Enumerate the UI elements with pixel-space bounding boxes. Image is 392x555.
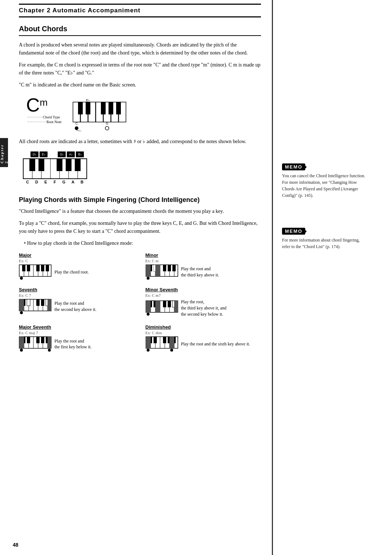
svg-text:G: G <box>62 180 66 184</box>
svg-rect-99 <box>41 299 44 306</box>
svg-rect-147 <box>154 337 157 343</box>
svg-rect-83 <box>168 265 171 271</box>
diminished-example: Ex: C dim <box>146 331 261 335</box>
cm-keyboard-svg: E♭ C G Root Note <box>72 98 130 131</box>
svg-rect-152 <box>170 337 174 348</box>
cm-chord-keyboard: E♭ C G Root Note <box>72 98 130 133</box>
svg-rect-67 <box>22 265 25 271</box>
svg-rect-98 <box>36 299 40 306</box>
root-note-label: Root Note <box>46 120 61 124</box>
chapter-header: Chapter 2 Automatic Accompaniment <box>19 4 261 17</box>
seventh-desc: Play the root andthe second key above it… <box>54 300 97 313</box>
svg-rect-102 <box>27 299 30 306</box>
minor-seventh-row: Play the root,the third key above it, an… <box>146 299 261 317</box>
major-seventh-desc: Play the root andthe first key below it. <box>54 338 91 351</box>
svg-text:G: G <box>106 122 109 125</box>
minor-row: Play the root andthe third key above it. <box>146 264 261 280</box>
svg-text:B♭: B♭ <box>78 153 82 156</box>
svg-rect-42 <box>29 159 35 171</box>
svg-rect-118 <box>146 301 151 312</box>
minor-seventh-keys-svg <box>146 300 178 316</box>
svg-point-122 <box>147 313 150 316</box>
minor-seventh-label: Minor Seventh <box>146 287 261 292</box>
memo-box-1: MEMO You can cancel the Chord Intelligen… <box>282 163 366 199</box>
svg-rect-7 <box>78 102 83 114</box>
svg-point-16 <box>75 126 78 130</box>
svg-rect-151 <box>146 337 151 348</box>
seventh-label: Seventh <box>19 287 135 292</box>
chord-type: m <box>40 98 48 107</box>
sidebar: MEMO You can cancel the Chord Intelligen… <box>273 0 373 555</box>
chapter-tab-label: Chapter 2 <box>0 142 8 163</box>
chord-intel-para2: To play a "C" chord, for example, you no… <box>19 219 261 236</box>
about-chords-title: About Chords <box>19 25 261 36</box>
svg-text:B♭: B♭ <box>71 172 75 176</box>
memo-text-2: For more information about chord fingeri… <box>282 237 366 250</box>
memo-text-1: You can cancel the Chord Intelligence fu… <box>282 173 366 199</box>
chord-roots-text: All chord roots are indicated as a lette… <box>19 138 261 146</box>
major-seventh-example: Ex: C maj 7 <box>19 331 135 335</box>
memo-box-2: MEMO For more information about chord fi… <box>282 228 366 250</box>
svg-text:E: E <box>44 180 47 184</box>
svg-point-153 <box>147 349 150 352</box>
full-keyboard-svg: D♭ E♭ G♭ A♭ B♭ (D♭) (E♭) (G♭) (A♭) (B♭) <box>23 151 153 189</box>
svg-rect-104 <box>48 299 52 311</box>
fingering-major: Major Ex: C <box>19 252 135 280</box>
svg-rect-148 <box>163 337 166 343</box>
page-number: 48 <box>13 542 19 548</box>
fingering-minor-seventh: Minor Seventh Ex: C m7 <box>146 287 261 317</box>
main-content: Chapter 2 Automatic Accompaniment About … <box>8 0 273 555</box>
svg-text:E♭: E♭ <box>86 98 90 102</box>
playing-chords-title: Playing Chords with Simple Fingering (Ch… <box>19 196 261 204</box>
svg-rect-85 <box>146 265 151 276</box>
svg-rect-84 <box>172 265 176 271</box>
svg-rect-46 <box>75 159 81 171</box>
svg-point-105 <box>20 311 23 314</box>
svg-rect-70 <box>41 265 44 271</box>
svg-text:F: F <box>54 180 56 184</box>
svg-text:C: C <box>75 122 78 125</box>
svg-point-17 <box>105 126 109 130</box>
major-seventh-label: Major Seventh <box>19 324 135 330</box>
svg-rect-10 <box>109 102 113 114</box>
svg-point-88 <box>147 277 150 280</box>
about-chords-para3: "C m" is indicated as the chord name on … <box>19 81 261 89</box>
svg-text:A♭: A♭ <box>69 153 73 156</box>
seventh-row: Play the root andthe second key above it… <box>19 299 135 314</box>
chord-labels: Chord Type Root Note <box>26 115 61 124</box>
minor-example: Ex: C m <box>146 259 261 263</box>
diminished-keys-svg <box>146 336 178 352</box>
chord-intel-para1: "Chord Intelligence" is a feature that c… <box>19 207 261 215</box>
seventh-keys-svg <box>19 299 52 314</box>
minor-keys-svg <box>146 264 178 280</box>
svg-rect-11 <box>116 102 121 114</box>
minor-label: Minor <box>146 252 261 258</box>
svg-rect-45 <box>66 159 72 171</box>
svg-rect-68 <box>27 265 30 271</box>
minor-desc: Play the root andthe third key above it. <box>181 266 219 278</box>
fingering-minor: Minor Ex: C m <box>146 252 261 280</box>
fingering-major-seventh: Major Seventh Ex: C maj 7 <box>19 324 135 352</box>
about-chords-para2: For example, the C m chord is expressed … <box>19 61 261 77</box>
playing-chords-section: Playing Chords with Simple Fingering (Ch… <box>19 196 261 352</box>
svg-text:A: A <box>72 180 74 184</box>
svg-text:B: B <box>81 180 83 184</box>
svg-point-137 <box>20 349 23 352</box>
memo-logo-2: MEMO <box>282 228 305 235</box>
svg-point-138 <box>48 349 51 352</box>
svg-rect-116 <box>168 301 171 307</box>
svg-text:C: C <box>26 180 29 184</box>
svg-rect-121 <box>174 301 178 312</box>
major-seventh-keys-svg <box>19 336 52 352</box>
svg-text:E♭: E♭ <box>42 153 45 156</box>
memo-logo-1: MEMO <box>282 163 305 170</box>
full-keyboard-diagram: D♭ E♭ G♭ A♭ B♭ (D♭) (E♭) (G♭) (A♭) (B♭) <box>23 151 261 189</box>
svg-text:F♯: F♯ <box>53 172 57 176</box>
major-label: Major <box>19 252 135 258</box>
chord-type-label: Chord Type <box>43 115 60 119</box>
fingering-grid: Major Ex: C <box>19 252 261 352</box>
minor-seventh-desc: Play the root,the third key above it, an… <box>181 299 226 317</box>
fingering-seventh: Seventh Ex: C 7 <box>19 287 135 317</box>
svg-rect-44 <box>57 159 62 171</box>
svg-text:E♭: E♭ <box>34 172 39 176</box>
